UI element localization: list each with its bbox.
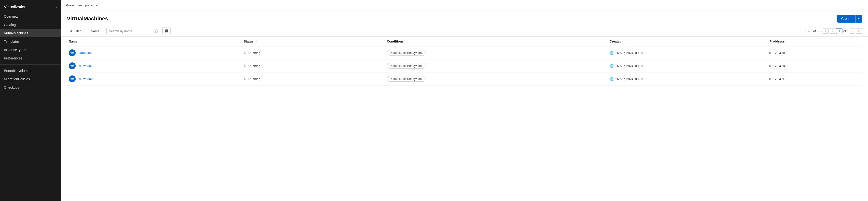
cell-conditions-winweb01: DataVolumesReady=True — [385, 59, 608, 73]
cell-ip-database: 10.128.4.81 — [767, 47, 846, 59]
slash-shortcut-badge: / — [154, 29, 158, 33]
ip-text-winweb02: 10.128.4.93 — [769, 77, 785, 81]
pagination-next-button[interactable]: › — [849, 28, 855, 34]
running-icon-database: ↻ — [244, 51, 247, 55]
page-header: VirtualMachines Create ▾ — [61, 11, 868, 26]
create-button[interactable]: Create ▾ — [837, 15, 862, 23]
sidebar-item-overview[interactable]: Overview — [0, 12, 61, 21]
globe-icon-winweb01: 🌐 — [610, 64, 614, 68]
sidebar-item-migration-policies[interactable]: MigrationPolicies — [0, 75, 61, 83]
column-header-name: Name ↑ — [67, 37, 242, 47]
vm-link-database[interactable]: database — [79, 51, 92, 55]
sidebar-item-checkups[interactable]: Checkups — [0, 83, 61, 92]
sidebar-item-preferences[interactable]: Preferences — [0, 54, 61, 62]
pagination-last-button[interactable]: » — [856, 28, 862, 34]
pagination-range: 1 – 3 of 3 — [805, 29, 818, 33]
created-sort-icon[interactable]: ⇅ — [623, 40, 626, 43]
create-button-caret-icon[interactable]: ▾ — [856, 15, 862, 22]
row-menu-button-database[interactable]: ⋮ — [848, 50, 856, 56]
created-text-winweb02: 26 Aug 2024, 09:03 — [615, 77, 643, 81]
project-dropdown-icon: ▾ — [96, 4, 97, 7]
condition-badge-winweb01: DataVolumesReady=True — [387, 63, 426, 68]
sidebar-divider — [0, 64, 61, 65]
column-toggle-icon — [164, 29, 168, 33]
cell-ip-winweb01: 10.128.4.94 — [767, 59, 846, 73]
sidebar-item-virtual-machines[interactable]: VirtualMachines — [0, 29, 61, 37]
condition-badge-database: DataVolumesReady=True — [387, 50, 426, 56]
search-input[interactable] — [109, 29, 154, 33]
topbar: Project: vmimported ▾ — [61, 0, 868, 11]
toolbar: ⊿ Filter ▾ Name ▾ / 1 – 3 of 3 ▾ « ‹ 1 — [61, 26, 868, 37]
name-dropdown-label: Name — [91, 29, 99, 33]
vm-link-winweb02[interactable]: winweb02 — [79, 77, 93, 81]
project-selector[interactable]: Project: vmimported ▾ — [66, 3, 97, 7]
main-content: Project: vmimported ▾ VirtualMachines Cr… — [61, 0, 868, 201]
sidebar-item-instance-types[interactable]: InstanceTypes — [0, 46, 61, 54]
create-button-label: Create — [837, 15, 856, 23]
globe-icon-database: 🌐 — [610, 51, 614, 55]
running-icon-winweb02: ↻ — [244, 77, 247, 81]
status-label-winweb02: Running — [248, 77, 260, 81]
row-menu-button-winweb02[interactable]: ⋮ — [848, 76, 856, 82]
running-icon-winweb01: ↻ — [244, 64, 247, 68]
name-sort-asc-icon[interactable]: ↑ — [79, 40, 81, 43]
table-row: VM database ↻ Running DataVolumesReady=T… — [67, 47, 862, 59]
created-text-database: 26 Aug 2024, 09:03 — [615, 51, 643, 55]
name-dropdown-caret-icon: ▾ — [100, 30, 102, 32]
cell-created-winweb02: 🌐 26 Aug 2024, 09:03 — [608, 73, 767, 86]
cell-created-winweb01: 🌐 26 Aug 2024, 09:03 — [608, 59, 767, 73]
pagination: 1 – 3 of 3 ▾ « ‹ 1 of 1 › » — [805, 28, 862, 34]
search-box[interactable]: / — [106, 28, 160, 34]
cell-status-database: ↻ Running — [242, 47, 385, 59]
cell-created-database: 🌐 26 Aug 2024, 09:03 — [608, 47, 767, 59]
vm-link-winweb01[interactable]: winweb01 — [79, 64, 93, 67]
status-label-database: Running — [248, 51, 260, 55]
column-header-actions — [846, 37, 862, 47]
cell-conditions-database: DataVolumesReady=True — [385, 47, 608, 59]
table-row: VM winweb01 ↻ Running DataVolumesReady=T… — [67, 59, 862, 73]
svg-rect-2 — [167, 29, 168, 32]
pagination-caret-icon[interactable]: ▾ — [820, 30, 822, 32]
filter-button[interactable]: ⊿ Filter ▾ — [67, 28, 86, 34]
cell-name-winweb01: VM winweb01 — [67, 59, 242, 73]
table-row: VM winweb02 ↻ Running DataVolumesReady=T… — [67, 73, 862, 86]
cell-status-winweb01: ↻ Running — [242, 59, 385, 73]
row-menu-button-winweb01[interactable]: ⋮ — [848, 63, 856, 69]
filter-icon: ⊿ — [69, 29, 72, 33]
created-text-winweb01: 26 Aug 2024, 09:03 — [615, 64, 643, 68]
sidebar-title[interactable]: Virtualization ▾ — [0, 2, 61, 12]
column-header-created: Created ⇅ — [608, 37, 767, 47]
sidebar-item-templates[interactable]: Templates — [0, 37, 61, 46]
column-header-ip: IP address — [767, 37, 846, 47]
vm-table-container: Name ↑ Status ⇅ Conditions Created ⇅ — [61, 37, 868, 201]
pagination-current-page[interactable]: 1 — [836, 28, 842, 34]
column-header-status: Status ⇅ — [242, 37, 385, 47]
pagination-first-button[interactable]: « — [823, 28, 829, 34]
ip-text-winweb01: 10.128.4.94 — [769, 64, 785, 68]
column-header-conditions: Conditions — [385, 37, 608, 47]
vm-badge-winweb01: VM — [69, 62, 76, 69]
ip-text-database: 10.128.4.81 — [769, 51, 785, 55]
condition-badge-winweb02: DataVolumesReady=True — [387, 76, 426, 82]
vm-table: Name ↑ Status ⇅ Conditions Created ⇅ — [67, 37, 862, 86]
table-header-row: Name ↑ Status ⇅ Conditions Created ⇅ — [67, 37, 862, 47]
cell-name-database: VM database — [67, 47, 242, 59]
sidebar: Virtualization ▾ Overview Catalog Virtua… — [0, 0, 61, 201]
page-title: VirtualMachines — [67, 16, 108, 22]
sidebar-item-catalog[interactable]: Catalog — [0, 21, 61, 29]
status-sort-icon[interactable]: ⇅ — [255, 40, 258, 43]
project-label-text: Project: vmimported — [66, 3, 94, 7]
pagination-prev-button[interactable]: ‹ — [830, 28, 835, 34]
svg-rect-0 — [165, 29, 166, 32]
cell-actions-winweb02: ⋮ — [846, 73, 862, 86]
sidebar-item-bootable-volumes[interactable]: Bootable volumes — [0, 66, 61, 75]
vm-badge-winweb02: VM — [69, 76, 76, 82]
svg-rect-1 — [166, 29, 167, 32]
cell-conditions-winweb02: DataVolumesReady=True — [385, 73, 608, 86]
status-label-winweb01: Running — [248, 64, 260, 68]
column-toggle-button[interactable] — [162, 28, 171, 34]
cell-actions-database: ⋮ — [846, 47, 862, 59]
globe-icon-winweb02: 🌐 — [610, 77, 614, 81]
cell-actions-winweb01: ⋮ — [846, 59, 862, 73]
name-dropdown[interactable]: Name ▾ — [88, 28, 104, 34]
